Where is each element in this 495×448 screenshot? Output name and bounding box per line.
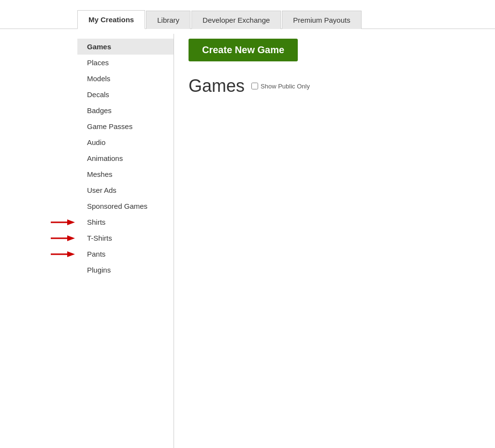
tab-my-creations[interactable]: My Creations bbox=[77, 10, 145, 29]
sidebar-item-label: Games bbox=[87, 43, 111, 51]
sidebar-item-sponsored-games[interactable]: Sponsored Games bbox=[77, 198, 174, 214]
sidebar-item-label: User Ads bbox=[87, 186, 116, 194]
content-area: Games Places Models Decals Badges Game P… bbox=[0, 29, 495, 448]
sidebar-item-label: Sponsored Games bbox=[87, 202, 147, 210]
sidebar-item-label: Plugins bbox=[87, 266, 111, 274]
sidebar-item-label: Game Passes bbox=[87, 122, 132, 130]
sidebar-item-badges[interactable]: Badges bbox=[77, 102, 174, 118]
sidebar-item-pants[interactable]: Pants bbox=[77, 246, 174, 262]
sidebar-item-label: Animations bbox=[87, 154, 123, 162]
sidebar: Games Places Models Decals Badges Game P… bbox=[77, 34, 174, 448]
tab-library[interactable]: Library bbox=[146, 11, 190, 29]
pants-arrow-indicator bbox=[51, 249, 75, 259]
tabs-bar: My Creations Library Developer Exchange … bbox=[0, 10, 495, 29]
sidebar-item-plugins[interactable]: Plugins bbox=[77, 262, 174, 278]
t-shirts-arrow-indicator bbox=[51, 233, 75, 243]
sidebar-item-decals[interactable]: Decals bbox=[77, 87, 174, 102]
sidebar-item-label: Decals bbox=[87, 90, 109, 99]
svg-marker-5 bbox=[67, 251, 75, 257]
right-arrow-icon bbox=[51, 249, 75, 259]
sidebar-item-meshes[interactable]: Meshes bbox=[77, 166, 174, 182]
sidebar-item-label: T-Shirts bbox=[87, 234, 112, 242]
sidebar-item-games[interactable]: Games bbox=[77, 39, 174, 55]
section-title-row: Games Show Public Only bbox=[189, 76, 480, 96]
sidebar-item-label: Badges bbox=[87, 106, 112, 115]
section-title: Games bbox=[189, 76, 245, 96]
sidebar-item-t-shirts[interactable]: T-Shirts bbox=[77, 230, 174, 246]
sidebar-item-game-passes[interactable]: Game Passes bbox=[77, 118, 174, 134]
sidebar-item-label: Meshes bbox=[87, 170, 113, 178]
right-arrow-icon bbox=[51, 233, 75, 243]
sidebar-item-audio[interactable]: Audio bbox=[77, 134, 174, 150]
sidebar-item-label: Shirts bbox=[87, 218, 105, 226]
show-public-only-label[interactable]: Show Public Only bbox=[251, 83, 310, 90]
svg-marker-1 bbox=[67, 219, 75, 225]
create-new-game-button[interactable]: Create New Game bbox=[189, 39, 298, 61]
show-public-only-text: Show Public Only bbox=[261, 83, 310, 90]
main-panel: Create New Game Games Show Public Only bbox=[174, 29, 495, 448]
sidebar-item-models[interactable]: Models bbox=[77, 71, 174, 87]
tab-premium-payouts[interactable]: Premium Payouts bbox=[282, 11, 361, 29]
sidebar-item-label: Audio bbox=[87, 138, 105, 146]
sidebar-item-label: Models bbox=[87, 74, 110, 83]
page-wrapper: My Creations Library Developer Exchange … bbox=[0, 0, 495, 448]
sidebar-item-user-ads[interactable]: User Ads bbox=[77, 182, 174, 198]
sidebar-item-label: Places bbox=[87, 58, 109, 67]
right-arrow-icon bbox=[51, 217, 75, 227]
sidebar-item-places[interactable]: Places bbox=[77, 55, 174, 71]
tab-developer-exchange[interactable]: Developer Exchange bbox=[191, 11, 281, 29]
sidebar-item-label: Pants bbox=[87, 250, 105, 258]
show-public-only-checkbox[interactable] bbox=[251, 83, 258, 89]
sidebar-item-shirts[interactable]: Shirts bbox=[77, 214, 174, 230]
shirts-arrow-indicator bbox=[51, 217, 75, 227]
svg-marker-3 bbox=[67, 235, 75, 241]
sidebar-item-animations[interactable]: Animations bbox=[77, 150, 174, 166]
